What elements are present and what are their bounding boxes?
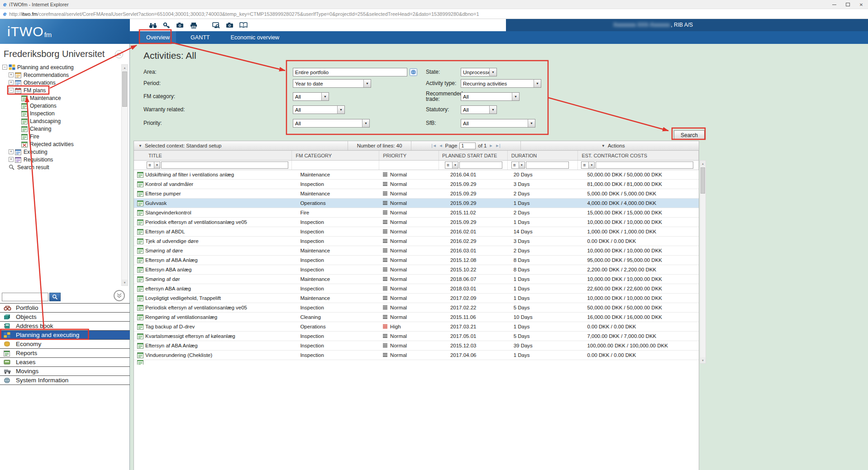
menu-item-system-information[interactable]: System Information — [0, 376, 130, 385]
prev-page-icon[interactable]: ◄ — [439, 143, 443, 148]
table-row[interactable]: Periodisk eftersyn af ventilationsanlæg … — [134, 218, 699, 227]
column-header-title[interactable]: TITLE — [134, 151, 292, 160]
table-row[interactable]: Kontrol af vandmålerInspectionNormal2015… — [134, 180, 699, 189]
next-page-icon[interactable]: ► — [489, 143, 493, 148]
tree-item-maintenance[interactable]: Maintenance — [0, 94, 120, 102]
table-row[interactable]: Vinduesrundering (Chekliste)InspectionNo… — [134, 351, 699, 360]
last-page-icon[interactable]: ►| — [495, 143, 500, 148]
table-row[interactable]: Eftersyn af ABA AnlægInspectionNormal201… — [134, 256, 699, 265]
sidebar-search-input[interactable] — [2, 293, 48, 301]
scroll-up-icon[interactable]: ▲ — [700, 161, 706, 166]
tree-scrollbar-thumb[interactable] — [122, 71, 127, 107]
table-row[interactable]: SlangevinderkontrolFireNormal2015.11.022… — [134, 208, 699, 218]
table-row[interactable]: Udskiftning af filter i ventilations anl… — [134, 170, 699, 180]
filter-select-activity_type[interactable]: Recurring activities▼ — [461, 79, 541, 88]
printer-icon[interactable] — [189, 21, 198, 29]
filter-select-recommended_trade[interactable]: All▼ — [461, 92, 520, 101]
column-header-est-contractor-costs[interactable]: EST. CONTRACTOR COSTS — [578, 151, 699, 160]
menu-collapse-button[interactable] — [114, 290, 125, 301]
tree-item-search-result[interactable]: Search result — [0, 163, 120, 171]
page-input[interactable]: 1 — [459, 142, 476, 149]
table-scrollbar-thumb[interactable] — [701, 167, 705, 194]
column-filter-input[interactable] — [459, 161, 502, 169]
menu-item-planning-and-executing[interactable]: Planning and executing — [0, 331, 130, 340]
table-row[interactable]: Efterse pumperMaintenanceNormal2015.09.2… — [134, 189, 699, 199]
tab-gantt[interactable]: GANTT — [184, 31, 216, 44]
table-row[interactable]: Kvartalsmæssigt eftersyn af køleanlægIns… — [134, 332, 699, 341]
actions-menu[interactable]: ▼ Actions — [581, 141, 699, 150]
tree-expander-minus-icon[interactable]: − — [9, 88, 14, 93]
envelope-icon[interactable]: ✉ — [115, 50, 123, 58]
tree-item-observations[interactable]: +Observations — [0, 79, 120, 86]
table-row[interactable]: Eftersyn af ABDLInspectionNormal2016.02.… — [134, 227, 699, 237]
camera-icon[interactable] — [175, 21, 185, 29]
tree-expander-plus-icon[interactable]: + — [9, 157, 14, 162]
table-row[interactable]: Periodisk eftersyn af ventilationsanlæg … — [134, 303, 699, 313]
filter-select-statutory[interactable]: All▼ — [461, 105, 497, 114]
table-row[interactable]: Eftersyn ABA anlægInspectionNormal2015.1… — [134, 265, 699, 275]
tree-item-rejected-activities[interactable]: Rejected activities — [0, 140, 120, 148]
tree-item-cleaning[interactable]: Cleaning — [0, 125, 120, 133]
menu-item-objects[interactable]: Objects — [0, 313, 130, 322]
tree-expander-plus-icon[interactable]: + — [9, 149, 14, 154]
tree-item-requisitions[interactable]: +Requisitions — [0, 156, 120, 163]
menu-item-reports[interactable]: Reports — [0, 349, 130, 358]
tree-expander-plus-icon[interactable]: + — [9, 80, 14, 85]
column-header-fm-category[interactable]: FM CATEGORY — [292, 151, 379, 160]
table-scrollbar[interactable]: ▲ ▼ — [700, 160, 706, 364]
monitor-search-icon[interactable] — [211, 21, 221, 29]
tab-overview[interactable]: Overview — [140, 31, 176, 44]
menu-item-address-book[interactable]: Address book — [0, 322, 130, 331]
tab-economic-overview[interactable]: Economic overview — [224, 31, 286, 44]
menu-item-leases[interactable]: Leases — [0, 358, 130, 367]
menu-item-movings[interactable]: Movings — [0, 367, 130, 376]
selected-context-section[interactable]: ▼ Selected context: Standard setup — [134, 141, 348, 150]
table-row[interactable]: Rengøring af ventilationsanlægCleaningNo… — [134, 313, 699, 322]
search-button[interactable]: Search — [674, 130, 705, 140]
table-row[interactable]: Smøring af dørMaintenanceNormal2018.06.0… — [134, 275, 699, 284]
filter-operator-select[interactable]: =▼ — [445, 161, 458, 169]
url-text[interactable]: http://itwo.fm/corefmareal/servlet/CoreF… — [9, 11, 479, 17]
table-row[interactable]: GulvvaskOperationsNormal2015.09.291 Days… — [134, 199, 699, 208]
column-header-priority[interactable]: PRIORITY — [379, 151, 439, 160]
address-bar[interactable]: e http://itwo.fm/corefmareal/servlet/Cor… — [0, 9, 868, 19]
table-row[interactable]: Tag backup af D-drevOperationsHigh2017.0… — [134, 322, 699, 332]
filter-operator-select[interactable]: =▼ — [581, 161, 595, 169]
tree-item-operations[interactable]: Operations — [0, 102, 120, 109]
filter-operator-select[interactable]: =▼ — [147, 161, 160, 169]
tree-scrollbar[interactable]: ▲ ▼ — [121, 64, 128, 286]
tree-item-inspection[interactable]: Inspection — [0, 109, 120, 117]
filter-select-sfb[interactable]: All▼ — [461, 119, 535, 128]
tree-item-planning-and-executing[interactable]: −Planning and executing — [0, 63, 120, 71]
first-page-icon[interactable]: |◄ — [431, 143, 436, 148]
column-header-duration[interactable]: DURATION — [508, 151, 578, 160]
menu-item-portfolio[interactable]: Portfolio — [0, 304, 130, 313]
key-icon[interactable] — [162, 21, 171, 29]
minimize-button[interactable] — [827, 0, 841, 9]
tree-expander-plus-icon[interactable]: + — [9, 72, 14, 77]
table-row[interactable]: Tjek af udvendige døreInspectionNormal20… — [134, 237, 699, 246]
column-filter-input[interactable] — [596, 161, 693, 169]
tree-item-executing[interactable]: +Executing — [0, 148, 120, 156]
tree-item-fm-plans[interactable]: −FM plans — [0, 86, 120, 94]
table-row[interactable]: Eftersyn af ABA AnlægInspectionNormal201… — [134, 341, 699, 351]
sidebar-search-button[interactable] — [49, 293, 61, 301]
scroll-down-icon[interactable]: ▼ — [700, 357, 706, 363]
table-row[interactable]: Smøring af døreMaintenanceNormal2016.03.… — [134, 246, 699, 256]
close-button[interactable]: ✕ — [854, 0, 868, 9]
tree-item-fire[interactable]: Fire — [0, 133, 120, 140]
tree-expander-minus-icon[interactable]: − — [2, 65, 7, 70]
column-filter-input[interactable] — [161, 161, 288, 169]
filter-operator-select[interactable]: =▼ — [511, 161, 525, 169]
maximize-button[interactable] — [841, 0, 854, 9]
scroll-up-icon[interactable]: ▲ — [122, 65, 128, 71]
binoculars-icon[interactable] — [148, 21, 157, 29]
tree-item-recommendations[interactable]: +Recommendations — [0, 71, 120, 79]
book-icon[interactable] — [238, 21, 248, 29]
column-header-planned-start-date[interactable]: PLANNED START DATE — [439, 151, 508, 160]
camera-icon-2[interactable] — [225, 21, 234, 29]
column-filter-input[interactable] — [526, 161, 569, 169]
scroll-down-icon[interactable]: ▼ — [122, 280, 128, 285]
table-row[interactable]: Lovpligtigt vedligehold, TrappeliftMaint… — [134, 294, 699, 303]
tree-item-landscaping[interactable]: Landscaping — [0, 117, 120, 125]
